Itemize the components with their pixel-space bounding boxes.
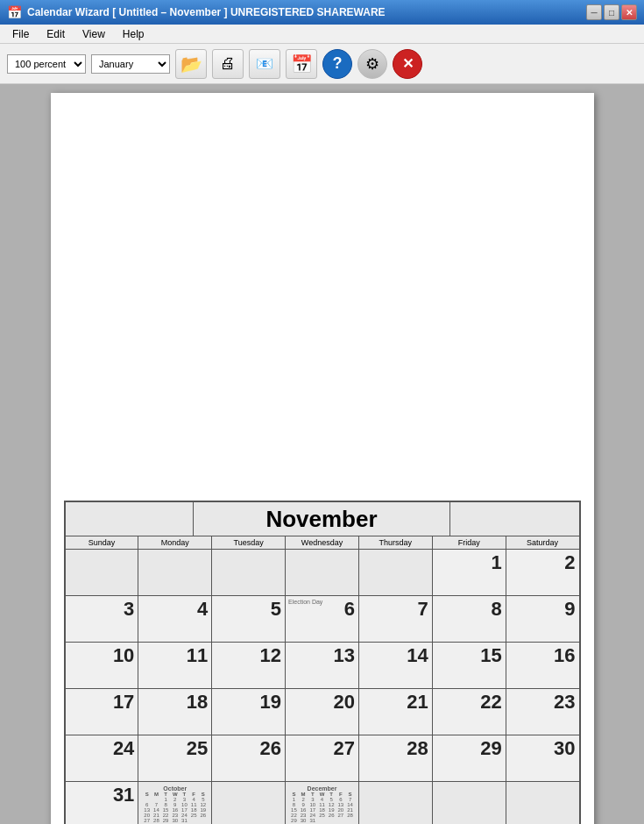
day-header-wed: Wednesday [286,536,359,549]
cal-cell-21: 21 [359,689,433,735]
cal-cell-mini-dec: December SMTWTFS 1234567 891011121314 15… [286,782,359,824]
cal-cell-12: 12 [212,643,286,688]
menu-view[interactable]: View [74,26,114,42]
month-select[interactable]: January February March April May June Ju… [91,54,170,74]
cal-cell-19: 19 [212,689,286,735]
day-header-mon: Monday [138,536,212,549]
cal-cell [212,550,286,595]
day-header-tue: Tuesday [212,536,286,549]
main-window: 📅 Calendar Wizard [ Untitled – November … [0,0,644,824]
cal-cell-14: 14 [359,643,433,688]
cal-cell-empty [506,782,579,824]
cal-cell-mini-oct: October SMTWTFS 12345 6789101112 1314151… [138,782,212,824]
week-row: 24 25 26 27 28 29 30 [66,735,579,782]
mini-calendar-oct: October SMTWTFS 12345 6789101112 1314151… [142,785,208,823]
cal-cell-31: 31 [66,782,139,824]
cal-cell-empty [212,782,286,824]
menu-help[interactable]: Help [114,26,153,42]
calendar-header: November [66,502,579,536]
cal-cell [138,550,212,595]
menu-bar: File Edit View Help [0,25,644,44]
close-app-button[interactable]: ✕ [393,49,422,79]
settings-button[interactable]: ⚙ [357,49,387,79]
cal-cell-8: 8 [433,596,506,642]
title-bar-left: 📅 Calendar Wizard [ Untitled – November … [7,5,386,19]
cal-cell-5: 5 [212,596,286,642]
app-icon: 📅 [7,5,22,19]
week-row: 31 October SMTWTFS 12345 6789101112 1314… [66,782,579,824]
day-header-thu: Thursday [359,536,433,549]
cal-cell [66,550,139,595]
title-bar-controls: ─ □ ✕ [586,4,637,20]
cal-cell-26: 26 [212,735,286,781]
cal-cell-1: 1 [433,550,506,595]
cal-cell-27: 27 [286,735,359,781]
new-button[interactable]: 📂 [175,49,207,79]
email-button[interactable]: 📧 [249,49,280,79]
cal-cell-4: 4 [138,596,212,642]
cal-cell-18: 18 [138,689,212,735]
cal-cell-empty [433,782,506,824]
day-header-fri: Friday [433,536,506,549]
minimize-button[interactable]: ─ [586,4,602,20]
event-note: Election Day [288,599,322,605]
cal-cell-2: 2 [506,550,579,595]
cal-cell-17: 17 [66,689,139,735]
cal-cell-7: 7 [359,596,433,642]
zoom-select[interactable]: 100 percent 50 percent 75 percent 125 pe… [7,54,86,74]
cal-cell-6: Election Day 6 [286,596,359,642]
title-bar: 📅 Calendar Wizard [ Untitled – November … [0,0,644,25]
cal-cell-30: 30 [506,735,579,781]
window-close-button[interactable]: ✕ [621,4,637,20]
cal-cell-22: 22 [433,689,506,735]
mini-calendar-dec: December SMTWTFS 1234567 891011121314 15… [289,785,355,823]
maximize-button[interactable]: □ [604,4,619,20]
day-header-sun: Sunday [66,536,139,549]
print-button[interactable]: 🖨 [212,49,244,79]
cal-cell-15: 15 [433,643,506,688]
cal-right-decoration [450,502,579,536]
cal-cell-empty [359,782,433,824]
week-row: 10 11 12 13 14 15 16 [66,643,579,689]
week-row: 1 2 [66,550,579,596]
week-row: 3 4 5 Election Day 6 7 8 9 [66,596,579,643]
cal-cell-10: 10 [66,643,139,688]
cal-month-title: November [194,502,450,536]
window-title: Calendar Wizard [ Untitled – November ] … [27,6,386,18]
cal-cell-11: 11 [138,643,212,688]
cal-cell [359,550,433,595]
cal-cell-25: 25 [138,735,212,781]
calendar-area: November Sunday Monday Tuesday Wednesday… [64,501,581,824]
day-headers: Sunday Monday Tuesday Wednesday Thursday… [66,536,579,550]
date-button[interactable]: 📅 [286,49,317,79]
day-header-sat: Saturday [506,536,579,549]
week-row: 17 18 19 20 21 22 23 [66,689,579,735]
cal-cell-16: 16 [506,643,579,688]
cal-cell-3: 3 [66,596,139,642]
cal-cell-23: 23 [506,689,579,735]
menu-file[interactable]: File [4,26,38,42]
cal-cell-20: 20 [286,689,359,735]
help-button[interactable]: ? [322,49,352,79]
cal-cell-28: 28 [359,735,433,781]
toolbar: 100 percent 50 percent 75 percent 125 pe… [0,44,644,84]
cal-left-decoration [66,502,195,536]
cal-cell-9: 9 [506,596,579,642]
content-area: November Sunday Monday Tuesday Wednesday… [0,84,644,824]
cal-cell-24: 24 [66,735,139,781]
menu-edit[interactable]: Edit [38,26,74,42]
page: November Sunday Monday Tuesday Wednesday… [51,93,594,824]
calendar: November Sunday Monday Tuesday Wednesday… [64,501,581,824]
cal-cell-29: 29 [433,735,506,781]
cal-cell [286,550,359,595]
cal-cell-13: 13 [286,643,359,688]
